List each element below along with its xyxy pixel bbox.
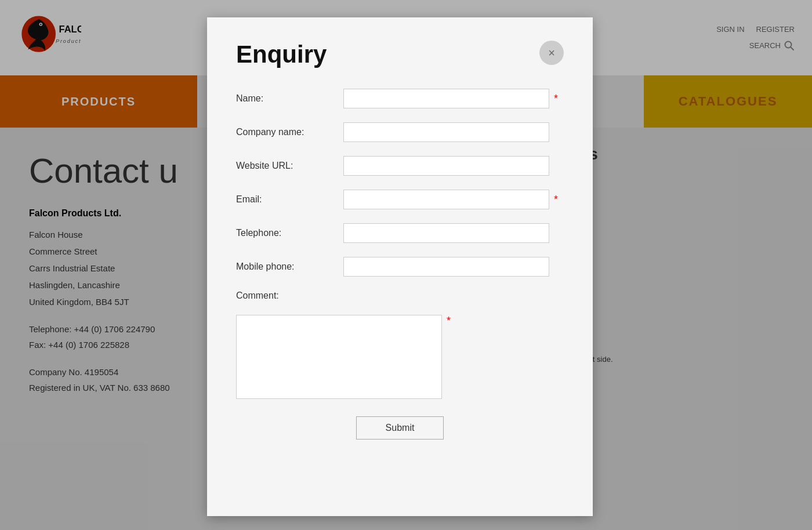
input-website[interactable]	[343, 156, 549, 176]
input-wrap-name: *	[343, 89, 564, 108]
label-telephone: Telephone:	[236, 228, 343, 238]
enquiry-modal: Enquiry × Name: * Company name: Website …	[207, 17, 593, 516]
label-name: Name:	[236, 93, 343, 104]
form-row-comment: *	[236, 315, 564, 399]
label-mobile: Mobile phone:	[236, 262, 343, 272]
form-row-name: Name: *	[236, 89, 564, 108]
input-wrap-company	[343, 122, 564, 142]
form-row-email: Email: *	[236, 190, 564, 209]
label-comment: Comment:	[236, 291, 343, 301]
form-row-website: Website URL:	[236, 156, 564, 176]
form-row-comment-label: Comment:	[236, 291, 564, 301]
required-star-comment: *	[447, 315, 451, 327]
comment-input-wrap: *	[236, 315, 451, 399]
input-name[interactable]	[343, 89, 549, 108]
modal-close-button[interactable]: ×	[539, 41, 564, 65]
input-email[interactable]	[343, 190, 549, 209]
form-row-telephone: Telephone:	[236, 223, 564, 243]
submit-row: Submit	[236, 416, 564, 440]
form-row-company: Company name:	[236, 122, 564, 142]
input-company[interactable]	[343, 122, 549, 142]
required-star-email: *	[554, 194, 558, 206]
input-wrap-telephone	[343, 223, 564, 243]
submit-button[interactable]: Submit	[356, 416, 444, 440]
input-comment[interactable]	[236, 315, 442, 399]
label-email: Email:	[236, 194, 343, 205]
input-wrap-website	[343, 156, 564, 176]
input-wrap-email: *	[343, 190, 564, 209]
form-row-mobile: Mobile phone:	[236, 257, 564, 277]
input-wrap-mobile	[343, 257, 564, 277]
label-website: Website URL:	[236, 161, 343, 171]
required-star-name: *	[554, 93, 558, 105]
label-company: Company name:	[236, 127, 343, 137]
modal-header: Enquiry ×	[236, 41, 564, 68]
modal-title: Enquiry	[236, 41, 327, 68]
input-telephone[interactable]	[343, 223, 549, 243]
input-mobile[interactable]	[343, 257, 549, 277]
